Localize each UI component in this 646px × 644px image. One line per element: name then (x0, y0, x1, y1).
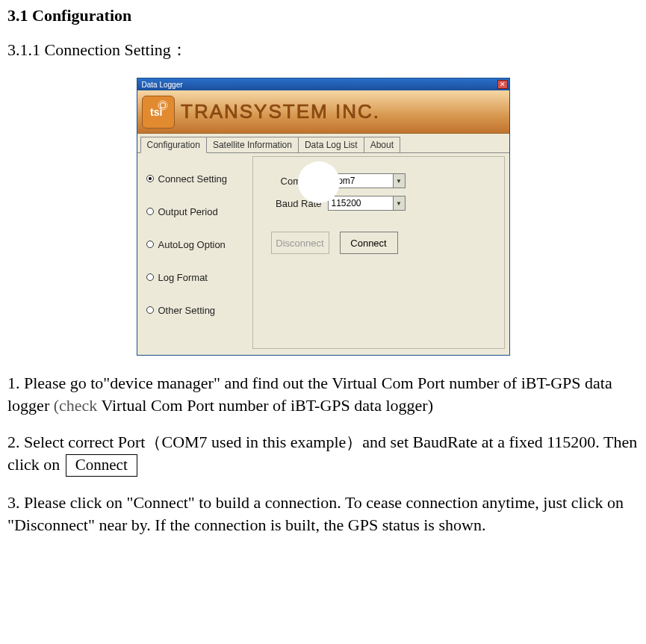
section-heading: 3.1 Configuration (7, 6, 639, 25)
company-banner: tsi TRANSYSTEM INC. (137, 90, 509, 134)
radio-dot-icon (146, 241, 154, 248)
window-titlebar: Data Logger ✕ (137, 78, 509, 90)
radio-autolog-option[interactable]: AutoLog Option (145, 228, 249, 261)
screenshot-container: Data Logger ✕ tsi TRANSYSTEM INC. Config… (7, 78, 639, 356)
radio-label: Log Format (158, 272, 208, 283)
disconnect-button[interactable]: Disconnect (271, 232, 329, 254)
radio-label: Connect Setting (158, 173, 228, 185)
company-name: TRANSYSTEM INC. (175, 96, 491, 129)
instruction-step-3: 3. Please click on "Connect" to build a … (7, 492, 639, 536)
config-panel: Com Port Com7 ▼ Baud Rate 115200 ▼ Disco… (252, 156, 505, 349)
connect-button-inline: Connect (66, 454, 137, 477)
radio-dot-icon (146, 208, 154, 215)
subsection-heading: 3.1.1 Connection Setting： (7, 39, 639, 61)
radio-label: AutoLog Option (158, 239, 226, 250)
button-row: Disconnect Connect (264, 232, 494, 254)
radio-dot-icon (146, 306, 154, 314)
tab-strip: Configuration Satellite Information Data… (137, 134, 509, 153)
chevron-down-icon: ▼ (393, 174, 405, 188)
baud-rate-value: 115200 (332, 198, 393, 208)
instruction-step-2: 2. Select correct Port（COM7 used in this… (7, 431, 639, 477)
step1-text-b: (check (54, 396, 98, 415)
app-window: Data Logger ✕ tsi TRANSYSTEM INC. Config… (137, 78, 510, 356)
tab-satellite-information[interactable]: Satellite Information (206, 137, 299, 152)
svg-text:tsi: tsi (150, 106, 162, 118)
radio-connect-setting[interactable]: Connect Setting (145, 162, 249, 195)
radio-label: Other Setting (158, 305, 216, 316)
window-title: Data Logger (142, 81, 183, 89)
tab-about[interactable]: About (364, 137, 400, 152)
chevron-down-icon: ▼ (393, 196, 405, 210)
baud-rate-row: Baud Rate 115200 ▼ (264, 196, 494, 211)
radio-dot-icon (146, 175, 154, 182)
close-icon[interactable]: ✕ (497, 80, 508, 89)
com-port-value: Com7 (332, 176, 393, 186)
instruction-step-1: 1. Please go to"device manager" and find… (7, 372, 639, 416)
tab-body: Connect Setting Output Period AutoLog Op… (137, 153, 509, 355)
radio-dot-icon (146, 273, 154, 281)
tab-configuration[interactable]: Configuration (140, 137, 207, 153)
step1-text-c: Virtual Com Port number of iBT-GPS data … (97, 396, 433, 415)
radio-label: Output Period (158, 206, 218, 217)
company-logo-icon: tsi (142, 96, 175, 129)
config-radiolist: Connect Setting Output Period AutoLog Op… (142, 156, 252, 349)
connect-button[interactable]: Connect (340, 232, 398, 254)
status-indicator-icon (298, 161, 340, 203)
tab-data-log-list[interactable]: Data Log List (298, 137, 364, 152)
radio-other-setting[interactable]: Other Setting (145, 294, 249, 326)
radio-log-format[interactable]: Log Format (145, 261, 249, 294)
radio-output-period[interactable]: Output Period (145, 195, 249, 228)
baud-rate-select[interactable]: 115200 ▼ (328, 196, 406, 211)
svg-text:TRANSYSTEM INC.: TRANSYSTEM INC. (181, 100, 380, 123)
